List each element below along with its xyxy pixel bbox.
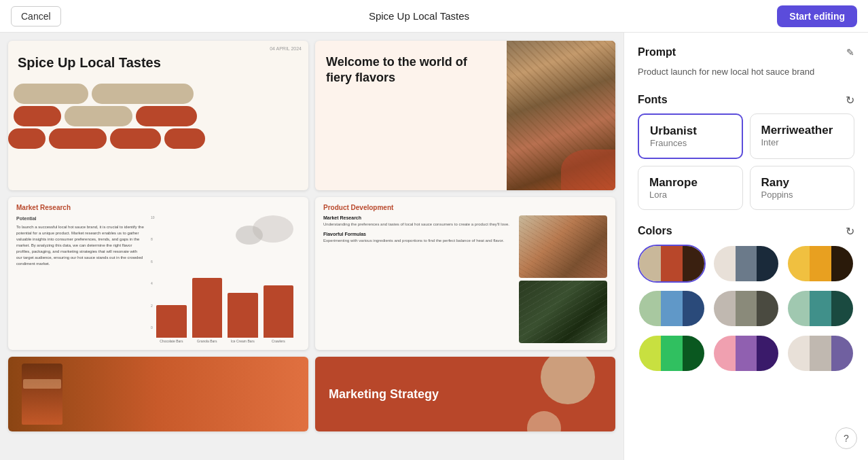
font-secondary-label: Lora (649, 190, 731, 200)
slide-title-text: Spice Up Local Tastes (8, 51, 308, 75)
bar-ice-cream: Ice Cream Bars (228, 293, 257, 343)
flavorful-heading: Flavorful Formulas (323, 232, 513, 236)
font-option-merriweather[interactable]: Merriweather Inter (750, 113, 855, 159)
app-header: Cancel Spice Up Local Tastes Start editi… (0, 0, 868, 33)
font-primary-label: Merriweather (761, 124, 844, 137)
color-swatch-5[interactable] (712, 289, 780, 328)
flavorful-text: Experimenting with various ingredients a… (323, 238, 513, 244)
help-button[interactable]: ? (835, 427, 857, 449)
font-primary-label: Urbanist (650, 124, 731, 138)
market-research-title: Market Research (16, 204, 300, 211)
prompt-section-title: Prompt (638, 46, 676, 58)
font-secondary-label: Fraunces (650, 138, 731, 148)
slide-6[interactable]: Marketing Strategy (315, 357, 615, 431)
color-swatch-6[interactable] (786, 289, 854, 328)
slide-5[interactable] (8, 357, 308, 431)
slide-3[interactable]: Market Research Potential To launch a su… (8, 197, 308, 350)
color-swatch-7[interactable] (638, 334, 706, 372)
font-secondary-label: Poppins (761, 190, 844, 200)
right-panel: Prompt ✎ Product launch for new local ho… (623, 33, 868, 460)
font-primary-label: Rany (761, 176, 844, 190)
welcome-image (507, 41, 615, 190)
font-option-urbanist[interactable]: Urbanist Fraunces (638, 113, 743, 159)
potential-text: To launch a successful local hot sauce b… (16, 224, 144, 267)
prompt-section: Prompt ✎ Product launch for new local ho… (638, 46, 854, 79)
color-swatch-2[interactable] (712, 245, 780, 283)
marketing-title: Marketing Strategy (315, 376, 452, 412)
decoration-circle-1 (541, 357, 595, 404)
refresh-fonts-icon[interactable]: ↻ (846, 94, 854, 107)
bar-granola: Granola Bars (192, 278, 222, 343)
document-title: Spice Up Local Tastes (369, 10, 469, 22)
main-content: 04 APRIL 2024 Spice Up Local Tastes (0, 33, 868, 460)
bar-chocolate: Chocolate Bars (156, 305, 186, 343)
font-option-rany[interactable]: Rany Poppins (750, 166, 855, 210)
slide-2[interactable]: Welcome to the world of fiery flavors (315, 41, 615, 190)
bar-chart: 0 2 4 6 8 10 Chocolate Bars (149, 215, 300, 343)
color-swatch-8[interactable] (712, 334, 780, 372)
slide-decoration (8, 75, 308, 190)
color-swatch-1[interactable] (638, 245, 706, 283)
color-swatch-3[interactable] (786, 245, 854, 283)
bar-crawlers: Crawlers (264, 285, 293, 343)
color-grid (638, 245, 854, 372)
chart-bubble-2 (236, 226, 263, 245)
product-image-1 (519, 215, 607, 278)
market-research-text: Understanding the preferences and tastes… (323, 222, 513, 228)
colors-section-title: Colors (638, 225, 672, 237)
fonts-section: Fonts ↻ Urbanist Fraunces Merriweather I… (638, 94, 854, 210)
product-dev-title: Product Development (323, 204, 607, 211)
color-swatch-4[interactable] (638, 289, 706, 328)
font-primary-label: Manrope (649, 176, 731, 190)
font-grid: Urbanist Fraunces Merriweather Inter Man… (638, 113, 854, 210)
slide-4[interactable]: Product Development Market Research Unde… (315, 197, 615, 350)
font-option-manrope[interactable]: Manrope Lora (638, 166, 743, 210)
fonts-section-title: Fonts (638, 94, 668, 106)
welcome-title: Welcome to the world of fiery flavors (326, 54, 496, 86)
slides-grid: 04 APRIL 2024 Spice Up Local Tastes (0, 33, 623, 460)
refresh-colors-icon[interactable]: ↻ (846, 225, 854, 238)
potential-heading: Potential (16, 215, 144, 223)
color-swatch-9[interactable] (786, 334, 854, 372)
start-editing-button[interactable]: Start editing (777, 5, 857, 27)
cancel-button[interactable]: Cancel (11, 6, 61, 26)
font-secondary-label: Inter (761, 137, 844, 147)
market-research-heading: Market Research (323, 215, 513, 220)
slide-date: 04 APRIL 2024 (8, 41, 308, 51)
product-image-2 (519, 281, 607, 343)
colors-section: Colors ↻ (638, 225, 854, 372)
decoration-circle-2 (527, 411, 561, 431)
edit-prompt-icon[interactable]: ✎ (846, 47, 854, 58)
prompt-text: Product launch for new local hot sauce b… (638, 65, 854, 79)
slide-1[interactable]: 04 APRIL 2024 Spice Up Local Tastes (8, 41, 308, 190)
